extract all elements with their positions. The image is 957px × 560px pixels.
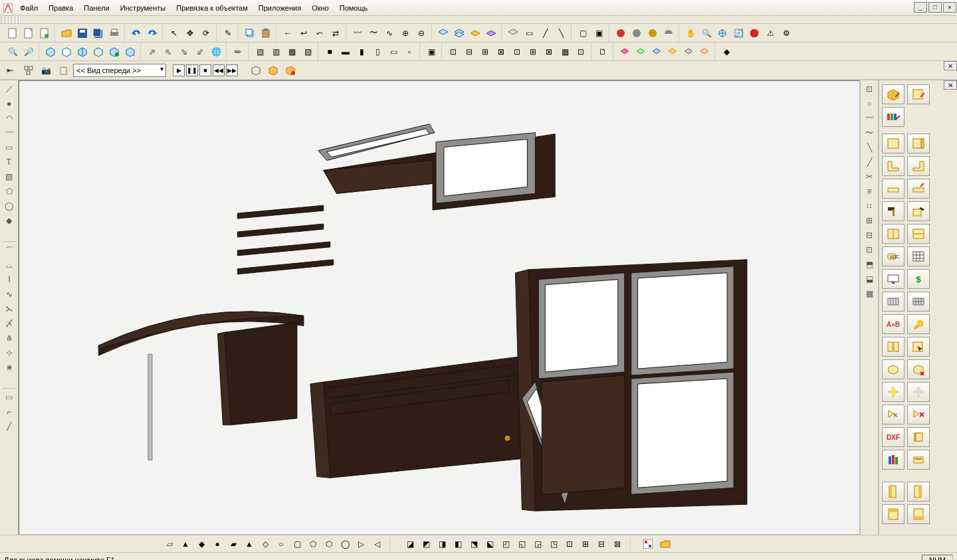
minimize-button[interactable]: _ <box>914 2 927 13</box>
bshape3-icon[interactable]: ◆ <box>194 537 209 551</box>
bt-door-top-icon[interactable] <box>882 504 904 524</box>
chk-icon[interactable]: ▣ <box>424 45 439 59</box>
pointer-icon[interactable]: ↖ <box>167 26 181 41</box>
circle-tool-icon[interactable]: ● <box>3 98 15 110</box>
bt-box-hammer-icon[interactable] <box>907 201 930 221</box>
new3-icon[interactable] <box>37 26 52 41</box>
bgrip6-icon[interactable]: ⬕ <box>482 537 497 551</box>
view-select[interactable]: << Вид спереди >> <box>73 64 166 77</box>
bt-split-v-icon[interactable] <box>907 224 930 244</box>
dimC-icon[interactable]: ╱ <box>3 420 15 432</box>
menu-help[interactable]: Помощь <box>334 0 373 15</box>
saveall-icon[interactable] <box>91 26 106 41</box>
bt-book-icon[interactable] <box>907 427 930 447</box>
bgrip3-icon[interactable]: ◨ <box>435 537 449 551</box>
rn13-icon[interactable]: ⬒ <box>863 258 875 270</box>
bool1-icon[interactable]: ⊕ <box>398 26 413 41</box>
poly5-icon[interactable]: ⋋ <box>3 303 15 315</box>
mat1-icon[interactable] <box>617 45 632 59</box>
layer5-icon[interactable] <box>506 26 520 41</box>
menu-apps[interactable]: Приложения <box>253 0 306 15</box>
poly8-icon[interactable]: ⊹ <box>3 347 15 359</box>
sn8-icon[interactable]: ▦ <box>558 45 572 59</box>
zoom-icon[interactable]: 🔍 <box>699 26 714 41</box>
bt-L-right-icon[interactable] <box>907 156 930 176</box>
save-icon[interactable] <box>75 26 90 41</box>
line2-icon[interactable]: ╲ <box>554 26 568 41</box>
rn4-icon[interactable]: 〜 <box>863 127 875 139</box>
mat2-icon[interactable] <box>633 45 648 59</box>
layer6-icon[interactable]: ▭ <box>522 26 536 41</box>
poly9-icon[interactable]: ⋇ <box>3 361 15 373</box>
rn1-icon[interactable]: ⊡ <box>863 83 875 95</box>
mat6-icon[interactable] <box>697 45 712 59</box>
bt-cube-x-icon[interactable] <box>907 359 930 379</box>
poly2-icon[interactable]: ⌓ <box>3 259 15 271</box>
bt-burst-icon[interactable] <box>882 382 904 402</box>
sq2-icon[interactable]: ▬ <box>338 45 353 59</box>
panel-close-icon[interactable]: ✕ <box>944 80 957 90</box>
bshape8-icon[interactable]: ○ <box>274 537 288 551</box>
bgrip14-icon[interactable]: ⊠ <box>610 537 625 551</box>
poly7-icon[interactable]: ⋔ <box>3 332 15 344</box>
undo-icon[interactable] <box>129 26 144 41</box>
sn1-icon[interactable]: ⊡ <box>446 45 461 59</box>
hemisphere-icon[interactable] <box>661 26 676 41</box>
cube2-icon[interactable] <box>59 45 74 59</box>
cube6-icon[interactable] <box>123 45 138 59</box>
rn12-icon[interactable]: ⊡ <box>863 244 875 256</box>
arc-tool-icon[interactable]: ◠ <box>3 112 15 124</box>
bt-sheet-pencil-icon[interactable] <box>907 84 930 104</box>
al3-icon[interactable]: ▦ <box>284 45 299 59</box>
bt-books-icon[interactable] <box>882 450 904 470</box>
cube4-icon[interactable] <box>91 45 106 59</box>
brush-icon[interactable]: ✎ <box>221 26 235 41</box>
box2-icon[interactable]: ▣ <box>591 26 606 41</box>
dir4-icon[interactable]: ⬃ <box>193 45 207 59</box>
back-arrow-icon[interactable]: ← <box>280 26 295 41</box>
sq6-icon[interactable]: ▫ <box>402 45 417 59</box>
bgrip2-icon[interactable]: ◩ <box>419 537 433 551</box>
bt-key-icon[interactable]: 🔑 <box>907 314 930 334</box>
layer4-icon[interactable] <box>484 26 498 41</box>
menu-window[interactable]: Окно <box>306 0 334 15</box>
sn5-icon[interactable]: ⊡ <box>510 45 524 59</box>
bt-pointer-panel-icon[interactable] <box>907 337 930 357</box>
cube1-icon[interactable] <box>43 45 58 59</box>
refresh-icon[interactable]: 🔄 <box>731 26 746 41</box>
sn3-icon[interactable]: ⊞ <box>478 45 492 59</box>
print-icon[interactable] <box>107 26 122 41</box>
curve1-icon[interactable]: 〰 <box>350 26 365 41</box>
view-toggle-icon[interactable]: ⇤ <box>3 63 17 78</box>
stop-icon[interactable] <box>747 26 762 41</box>
bfolder-icon[interactable] <box>658 537 673 551</box>
pen-icon[interactable]: ✏ <box>231 45 245 59</box>
bgrip12-icon[interactable]: ⊞ <box>578 537 593 551</box>
dir3-icon[interactable]: ⬂ <box>177 45 191 59</box>
bshape2-icon[interactable]: ▲ <box>178 537 193 551</box>
sn6-icon[interactable]: ⊞ <box>526 45 540 59</box>
line1-icon[interactable]: ╱ <box>538 26 552 41</box>
camera-icon[interactable]: 📷 <box>39 63 53 78</box>
bt-door-right-icon[interactable] <box>907 482 930 502</box>
viewbar-close-icon[interactable]: ✕ <box>944 61 957 70</box>
al2-icon[interactable]: ▥ <box>268 45 283 59</box>
poly6-icon[interactable]: 〆 <box>3 318 15 329</box>
al4-icon[interactable]: ▧ <box>300 45 315 59</box>
bt-colors-icon[interactable] <box>882 107 904 127</box>
play-button[interactable]: ▶ <box>173 64 185 76</box>
layer2-icon[interactable] <box>452 26 467 41</box>
box-view3-icon[interactable] <box>283 63 298 78</box>
bt-panel-top-icon[interactable] <box>882 134 904 153</box>
bgrip1-icon[interactable]: ◪ <box>403 537 417 551</box>
bflag-icon[interactable] <box>641 537 655 551</box>
bt-L-left-icon[interactable] <box>882 156 904 176</box>
sq3-icon[interactable]: ▮ <box>354 45 369 59</box>
bgrip4-icon[interactable]: ◧ <box>451 537 465 551</box>
poly3-icon[interactable]: ⌇ <box>3 274 15 286</box>
rn6-icon[interactable]: ╱ <box>863 156 875 168</box>
sn7-icon[interactable]: ⊠ <box>542 45 556 59</box>
pause-button[interactable]: ❚❚ <box>186 64 198 76</box>
dir2-icon[interactable]: ⬁ <box>161 45 175 59</box>
bt-flagk-icon[interactable]: K <box>882 405 904 424</box>
